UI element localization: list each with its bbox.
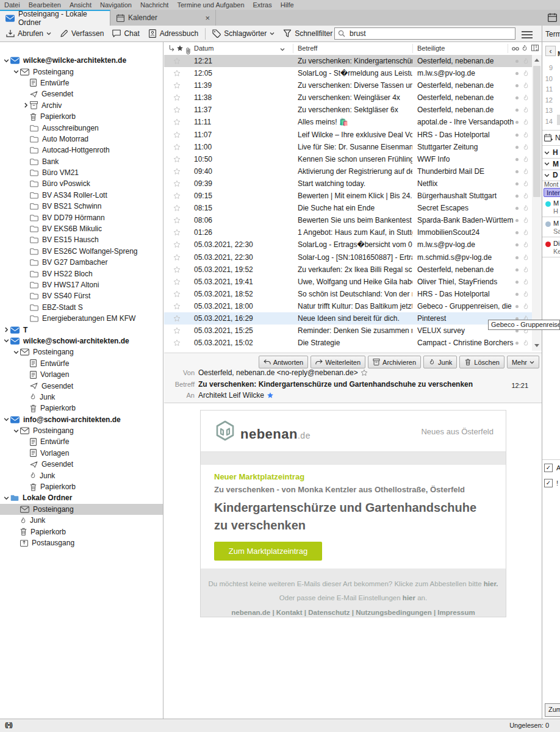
junk-icon[interactable] <box>523 82 529 90</box>
folder-row-wilcke-schowi-architekten-de[interactable]: wilcke@schowi-architekten.de <box>0 336 163 346</box>
folder-row-bv-eks6b-mikulic[interactable]: BV EKS6B Mikulic <box>0 223 163 234</box>
star-icon[interactable] <box>173 131 181 138</box>
folder-row-info-schowi-architekten-de[interactable]: info@schowi-architekten.de <box>0 414 163 425</box>
folder-row-wilcke-wilcke-architekten-de[interactable]: wilcke@wilcke-architekten.de <box>0 55 163 66</box>
read-status-dot[interactable] <box>515 158 519 161</box>
menu-extras[interactable]: Extras <box>249 1 276 9</box>
folder-row-entw-rfe[interactable]: Entwürfe <box>0 358 163 369</box>
folder-row-b-ro-vm21[interactable]: Büro VM21 <box>0 167 163 178</box>
app-menu-icon[interactable] <box>522 29 533 40</box>
toolbar-button-adressbuch[interactable]: Adressbuch <box>144 27 203 41</box>
junk-icon[interactable] <box>523 278 529 286</box>
read-status-dot[interactable] <box>515 231 519 234</box>
button-weiterleiten[interactable]: Weiterleiten <box>311 356 365 368</box>
folder-row-junk[interactable]: Junk <box>0 470 163 481</box>
message-row[interactable]: 12:21Zu verschenken: Kindergartenschürze… <box>164 55 532 67</box>
message-row[interactable]: 05.03.2021, 15:25Reminder: Denken Sie zu… <box>164 325 532 337</box>
read-column-icon[interactable] <box>512 47 519 51</box>
message-row[interactable]: 05.03.2021, 15:02Die StrategieCampact - … <box>164 337 532 349</box>
folder-row-gesendet[interactable]: Gesendet <box>0 88 163 99</box>
task-checkbox[interactable]: ✓ <box>544 479 553 487</box>
column-picker-icon[interactable] <box>531 45 539 51</box>
chevron-down-icon[interactable] <box>2 495 10 501</box>
star-icon[interactable] <box>173 57 181 65</box>
button-loeschen[interactable]: Löschen <box>459 356 504 368</box>
message-row[interactable]: 12:05SolarLog - St�rmeldung aus Leistung… <box>164 67 532 79</box>
message-row[interactable]: 11:38Zu verschenken: Weingläser 4xOester… <box>164 92 532 104</box>
button-mehr[interactable]: Mehr <box>507 356 539 368</box>
junk-icon[interactable] <box>523 131 529 139</box>
star-icon[interactable] <box>173 156 181 163</box>
star-icon[interactable] <box>173 94 181 101</box>
selected-event[interactable]: Inter <box>544 188 560 197</box>
thread-column-icon[interactable] <box>168 45 175 51</box>
star-icon[interactable] <box>173 266 181 273</box>
menu-nachricht[interactable]: Nachricht <box>136 1 173 9</box>
minimonth-prev-icon[interactable]: ‹ <box>545 46 556 56</box>
search-input[interactable] <box>348 29 512 38</box>
unsubscribe-link[interactable]: hier. <box>484 580 498 587</box>
junk-icon[interactable] <box>523 204 529 212</box>
folder-row-b-ro-vposwick[interactable]: Büro vPoswick <box>0 178 163 189</box>
chevron-down-icon[interactable] <box>2 417 10 422</box>
message-row[interactable]: 10:50Kennen Sie schon unseren Frühlingsb… <box>164 153 532 165</box>
scrollbar-thumb[interactable] <box>533 66 540 197</box>
junk-icon[interactable] <box>523 339 529 347</box>
chevron-right-icon[interactable] <box>2 327 10 332</box>
read-status-dot[interactable] <box>515 121 519 124</box>
toolbar-button-schnellfilter[interactable]: Schnellfilter <box>279 27 337 41</box>
menu-ansicht[interactable]: Ansicht <box>65 1 96 9</box>
junk-icon[interactable] <box>523 290 529 298</box>
folder-row-archiv[interactable]: Archiv <box>0 100 163 111</box>
column-correspondents[interactable]: Beteiligte <box>417 45 445 52</box>
read-status-dot[interactable] <box>515 219 519 222</box>
junk-icon[interactable] <box>523 156 529 163</box>
junk-icon[interactable] <box>523 303 529 310</box>
read-status-dot[interactable] <box>515 342 519 345</box>
read-status-dot[interactable] <box>515 243 519 246</box>
junk-icon[interactable] <box>523 229 529 237</box>
chevron-right-icon[interactable] <box>22 102 30 108</box>
read-status-dot[interactable] <box>515 281 519 284</box>
junk-icon[interactable] <box>523 241 529 249</box>
minimonth-today-cell[interactable] <box>557 115 560 125</box>
read-status-dot[interactable] <box>515 268 519 271</box>
message-list-scrollbar[interactable] <box>532 55 542 351</box>
folder-row-bv-g27-dambacher[interactable]: BV G27 Dambacher <box>0 257 163 268</box>
folder-row-entw-rfe[interactable]: Entwürfe <box>0 436 163 447</box>
menu-datei[interactable]: Datei <box>0 1 24 9</box>
chevron-down-icon[interactable] <box>12 69 20 74</box>
junk-icon[interactable] <box>523 266 529 274</box>
star-icon[interactable] <box>173 254 181 261</box>
toolbar-button-schlagwoerter[interactable]: Schlagwörter <box>208 27 279 41</box>
week-number[interactable]: 12 <box>542 96 553 104</box>
folder-row-posteingang[interactable]: Posteingang <box>0 346 163 357</box>
task-row[interactable]: ✓A <box>544 464 560 472</box>
folder-row-papierkorb[interactable]: Papierkorb <box>0 111 163 122</box>
folder-row-auto-motorrad[interactable]: Auto Motorrad <box>0 134 163 145</box>
star-icon[interactable] <box>173 192 181 199</box>
folder-row-autocad-hottgenroth[interactable]: Autocad-Hottgenroth <box>0 145 163 156</box>
today-section-0[interactable]: H <box>544 148 558 157</box>
message-row[interactable]: 01:261 Angebot: Haus zum Kauf, in Stuttg… <box>164 226 532 239</box>
tab-kalender[interactable]: Kalender × <box>111 10 216 26</box>
star-icon[interactable] <box>173 315 181 322</box>
star-outline-icon[interactable] <box>361 369 368 376</box>
star-icon[interactable] <box>173 303 181 310</box>
star-icon[interactable] <box>173 143 181 151</box>
junk-icon[interactable] <box>523 70 529 77</box>
junk-icon[interactable] <box>523 143 529 151</box>
folder-row-bv-bs21-schwinn[interactable]: BV BS21 Schwinn <box>0 201 163 212</box>
star-icon[interactable] <box>173 204 181 212</box>
read-status-dot[interactable] <box>515 182 519 185</box>
junk-icon[interactable] <box>523 217 529 224</box>
star-icon[interactable] <box>173 106 181 113</box>
menu-hilfe[interactable]: Hilfe <box>276 1 298 9</box>
junk-icon[interactable] <box>523 94 529 102</box>
message-row[interactable]: 05.03.2021, 22:30Solar-Log - [SN:1081650… <box>164 251 532 264</box>
folder-row-lokale-ordner[interactable]: Lokale Ordner <box>0 492 163 503</box>
junk-icon[interactable] <box>523 106 529 114</box>
settings-link[interactable]: hier <box>403 594 415 601</box>
button-archivieren[interactable]: Archivieren <box>368 356 421 368</box>
message-row[interactable]: 08:15Die Suche hat ein EndeSecret Escape… <box>164 202 532 214</box>
